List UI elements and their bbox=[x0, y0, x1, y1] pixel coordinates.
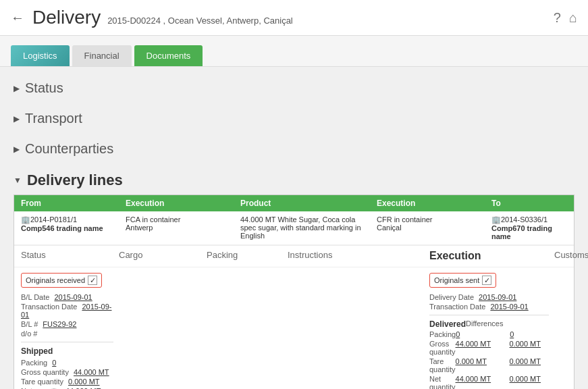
page-meta: 2015-D00224 , Ocean Vessel, Antwerp, Can… bbox=[107, 16, 293, 26]
originals-sent-highlight: Originals sent bbox=[429, 273, 496, 288]
exec-to-value: CFR in container bbox=[377, 215, 486, 224]
delivery-lines-table: From Execution Product Execution To 🏢201… bbox=[14, 194, 574, 389]
exec-net-label: Net quantity bbox=[429, 375, 456, 389]
col-exec-from: Execution bbox=[123, 197, 238, 209]
status-separator bbox=[21, 342, 113, 342]
bl-num-label: B/L # bbox=[21, 320, 38, 328]
accordion-delivery-lines-title: Delivery lines bbox=[27, 172, 123, 189]
delivery-date-value: 2015-09-01 bbox=[479, 293, 516, 301]
exec-gross-value: 44.000 MT bbox=[456, 340, 510, 356]
execution-col: Originals sent Delivery Date 2015-09-01 … bbox=[427, 271, 552, 389]
delivery-date-label: Delivery Date bbox=[429, 293, 474, 301]
col-product: Product bbox=[238, 197, 374, 209]
from-icon: 🏢 bbox=[21, 215, 30, 224]
shipped-label: Shipped bbox=[21, 346, 113, 356]
accordion-counterparties: ▶ Counterparties bbox=[0, 134, 588, 163]
delivered-label: Delivered bbox=[429, 319, 466, 329]
exec-from-value: FCA in container bbox=[126, 215, 235, 224]
tab-documents[interactable]: Documents bbox=[134, 45, 203, 66]
col-exec-to: Execution bbox=[374, 197, 489, 209]
accordion-transport-title: Transport bbox=[25, 111, 82, 126]
accordion-transport-arrow: ▶ bbox=[14, 114, 20, 124]
bl-num-value: FUS29-92 bbox=[43, 320, 76, 328]
exec-gross-label: Gross quantity bbox=[429, 340, 456, 356]
shipped-tare-value: 0.000 MT bbox=[68, 378, 99, 386]
bl-date-row: B/L Date 2015-09-01 bbox=[21, 293, 113, 301]
cargo-col bbox=[116, 271, 204, 389]
help-icon[interactable]: ? bbox=[554, 10, 561, 26]
accordion-delivery-lines: ▼ Delivery lines From Execution Product … bbox=[0, 165, 588, 389]
originals-received-checkbox[interactable] bbox=[88, 276, 97, 285]
accordion-status-header[interactable]: ▶ Status bbox=[14, 80, 574, 96]
accordion-counterparties-title: Counterparties bbox=[25, 141, 113, 157]
customs-col bbox=[552, 271, 588, 389]
detail-section: Status Cargo Packing Instructions Execut… bbox=[14, 245, 574, 389]
accordion-transport-header[interactable]: ▶ Transport bbox=[14, 111, 574, 126]
accordion-delivery-lines-arrow: ▼ bbox=[14, 176, 22, 185]
exec-gross-row: Gross quantity 44.000 MT 0.000 MT bbox=[429, 340, 549, 356]
col-header-execution: Execution bbox=[427, 249, 552, 264]
exec-tare-label: Tare quantity bbox=[429, 357, 456, 373]
bl-date-label: B/L Date bbox=[21, 293, 49, 301]
cell-from: 🏢2014-P0181/1 Comp546 trading name bbox=[18, 214, 123, 242]
col-to: To bbox=[489, 197, 570, 209]
delivery-date-row: Delivery Date 2015-09-01 bbox=[429, 293, 549, 301]
instructions-col bbox=[285, 271, 427, 389]
transaction-date-label: Transaction Date bbox=[21, 303, 77, 311]
cell-exec-from: FCA in container Antwerp bbox=[123, 214, 238, 242]
table-data-row: 🏢2014-P0181/1 Comp546 trading name FCA i… bbox=[14, 211, 574, 245]
originals-received-label: Originals received bbox=[26, 276, 85, 284]
shipped-gross-value: 44.000 MT bbox=[74, 368, 109, 376]
shipped-tare-row: Tare quantity 0.000 MT bbox=[21, 378, 113, 386]
status-col: Originals received B/L Date 2015-09-01 T… bbox=[18, 271, 116, 389]
exec-to-city: Caniçal bbox=[377, 224, 486, 232]
back-button[interactable]: ← bbox=[11, 10, 24, 26]
tab-financial[interactable]: Financial bbox=[72, 45, 132, 66]
exec-transaction-date-row: Transaction Date 2015-09-01 bbox=[429, 303, 549, 311]
accordion-status: ▶ Status bbox=[0, 74, 588, 103]
cell-product: 44.000 MT White Sugar, Coca cola spec su… bbox=[238, 214, 374, 242]
originals-sent-checkbox[interactable] bbox=[482, 276, 491, 285]
detail-content-row: Originals received B/L Date 2015-09-01 T… bbox=[14, 267, 574, 389]
exec-transaction-date-label: Transaction Date bbox=[429, 303, 485, 311]
to-id: 2014-S0336/1 bbox=[501, 215, 547, 224]
col-header-customs: Customs bbox=[552, 249, 588, 264]
content-area: ▶ Status ▶ Transport ▶ Counterparties ▼ … bbox=[0, 67, 588, 389]
accordion-status-title: Status bbox=[25, 80, 63, 96]
accordion-transport: ▶ Transport bbox=[0, 104, 588, 133]
exec-packing-row: Packing 0 0 bbox=[429, 330, 549, 338]
exec-separator bbox=[429, 315, 549, 315]
exec-tare-value: 0.000 MT bbox=[456, 357, 510, 373]
exec-packing-label: Packing bbox=[429, 330, 456, 338]
exec-net-row: Net quantity 44.000 MT 0.000 MT bbox=[429, 375, 549, 389]
col-from: From bbox=[18, 197, 123, 209]
col-header-cargo: Cargo bbox=[116, 249, 204, 264]
accordion-delivery-lines-header[interactable]: ▼ Delivery lines bbox=[14, 172, 574, 189]
accordion-counterparties-header[interactable]: ▶ Counterparties bbox=[14, 141, 574, 157]
shipped-gross-row: Gross quantity 44.000 MT bbox=[21, 368, 113, 376]
shipped-gross-label: Gross quantity bbox=[21, 368, 69, 376]
accordion-counterparties-arrow: ▶ bbox=[14, 145, 20, 154]
page-header: ← Delivery 2015-D00224 , Ocean Vessel, A… bbox=[0, 0, 588, 36]
cell-exec-to: CFR in container Caniçal bbox=[374, 214, 489, 242]
differences-label: Differences bbox=[466, 319, 520, 329]
exec-transaction-date-value: 2015-09-01 bbox=[490, 303, 528, 311]
col-header-instructions: Instructions bbox=[285, 249, 427, 264]
col-header-status: Status bbox=[18, 249, 116, 264]
table-header-row: From Execution Product Execution To bbox=[14, 195, 574, 211]
header-icons: ? ⌂ bbox=[554, 10, 577, 26]
from-trading-name: Comp546 trading name bbox=[21, 224, 120, 232]
col-header-packing: Packing bbox=[204, 249, 285, 264]
page-title: Delivery bbox=[32, 7, 101, 28]
do-num-row: d/o # bbox=[21, 330, 113, 338]
home-icon[interactable]: ⌂ bbox=[569, 10, 577, 26]
exec-packing-value: 0 bbox=[456, 330, 510, 338]
shipped-packing-value: 0 bbox=[52, 359, 56, 367]
from-id: 2014-P0181/1 bbox=[30, 215, 77, 224]
originals-sent-label: Originals sent bbox=[434, 276, 479, 284]
originals-received-highlight: Originals received bbox=[21, 273, 102, 288]
tab-logistics[interactable]: Logistics bbox=[11, 45, 70, 66]
exec-tare-row: Tare quantity 0.000 MT 0.000 MT bbox=[429, 357, 549, 373]
shipped-packing-row: Packing 0 bbox=[21, 359, 113, 367]
exec-delivered-headers: Delivered Differences bbox=[429, 319, 549, 329]
